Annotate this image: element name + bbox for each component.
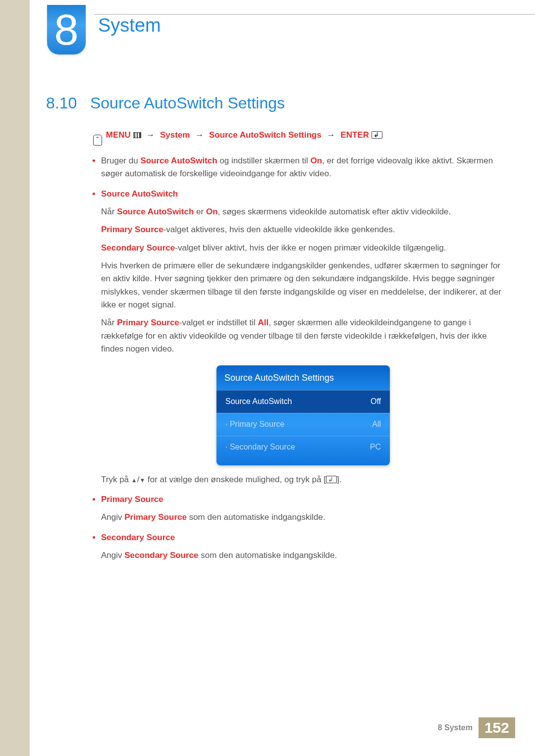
text: , søges skærmens videokilde automatisk e…	[218, 207, 451, 216]
osd-row-value: PC	[370, 441, 381, 454]
nav-enter: ENTER	[340, 130, 369, 140]
osd-row-label: · Primary Source	[225, 418, 284, 431]
section-heading: 8.10 Source AutoSwitch Settings	[46, 94, 285, 112]
text: -valget aktiveres, hvis den aktuelle vid…	[163, 225, 395, 234]
text-highlight: Primary Source	[117, 318, 179, 327]
text-highlight: Source AutoSwitch	[140, 156, 217, 165]
footer-chapter-label: 8 System	[438, 723, 473, 732]
subheading: Primary Source	[101, 493, 505, 506]
paragraph: Angiv Primary Source som den automatiske…	[101, 511, 505, 524]
intro-bullet: Bruger du Source AutoSwitch og indstille…	[93, 154, 505, 181]
triangle-down-icon	[139, 475, 145, 484]
subheading: Secondary Source	[101, 531, 505, 544]
text-highlight: Primary Source	[101, 225, 163, 234]
text: -valget er indstillet til	[179, 318, 258, 327]
text-highlight: Primary Source	[124, 512, 187, 522]
osd-row-value: All	[372, 418, 381, 431]
content-body: ⌃ MENU → System → Source AutoSwitch Sett…	[93, 129, 505, 569]
text: ].	[337, 475, 341, 484]
osd-row-secondary-source[interactable]: · Secondary Source PC	[216, 436, 390, 458]
nav-menu: MENU	[106, 130, 131, 140]
paragraph: Hvis hverken de primære eller de sekundæ…	[101, 259, 505, 311]
text: Når	[101, 318, 117, 327]
arrow-icon: →	[324, 130, 338, 140]
text-highlight: On	[206, 207, 218, 216]
arrow-icon: →	[192, 130, 207, 140]
enter-icon	[372, 131, 382, 139]
osd-title: Source AutoSwitch Settings	[216, 365, 390, 390]
paragraph: Secondary Source-valget bliver aktivt, h…	[101, 242, 505, 254]
osd-row-label: Source AutoSwitch	[225, 396, 292, 408]
text: som den automatiske indgangskilde.	[187, 512, 325, 522]
osd-row-label: · Secondary Source	[225, 441, 295, 454]
page-footer: 8 System 152	[438, 717, 515, 738]
text-highlight: All	[258, 318, 269, 327]
left-margin-strip	[0, 0, 30, 756]
text: og indstiller skærmen til	[217, 156, 311, 165]
osd-row-source-autoswitch[interactable]: Source AutoSwitch Off	[216, 390, 390, 413]
text: for at vælge den ønskede mulighed, og tr…	[145, 475, 326, 484]
text: som den automatiske indgangskilde.	[199, 551, 337, 560]
chapter-number-tab: 8	[47, 5, 86, 54]
chapter-title: System	[98, 15, 161, 36]
paragraph: Primary Source-valget aktiveres, hvis de…	[101, 223, 505, 236]
section-number: 8.10	[46, 94, 77, 112]
enter-icon	[326, 476, 337, 483]
text: Bruger du	[101, 156, 140, 165]
subheading: Source AutoSwitch	[101, 188, 505, 201]
text: er	[194, 207, 206, 216]
text-highlight: On	[311, 156, 322, 165]
triangle-up-icon	[131, 475, 137, 484]
remote-icon: ⌃	[93, 135, 102, 146]
arrow-icon: →	[143, 130, 158, 140]
text-highlight: Source AutoSwitch	[117, 207, 194, 216]
source-autoswitch-bullet: Source AutoSwitch Når Source AutoSwitch …	[93, 188, 505, 486]
primary-source-bullet: Primary Source Angiv Primary Source som …	[93, 493, 505, 524]
menu-bars-icon	[133, 132, 141, 138]
text: Angiv	[101, 512, 124, 522]
osd-spacer	[216, 458, 390, 465]
osd-row-value: Off	[371, 396, 381, 408]
secondary-source-bullet: Secondary Source Angiv Secondary Source …	[93, 531, 505, 562]
paragraph: Når Primary Source-valget er indstillet …	[101, 316, 505, 355]
text-highlight: Secondary Source	[101, 243, 175, 252]
navigation-path: ⌃ MENU → System → Source AutoSwitch Sett…	[93, 129, 505, 146]
navigation-hint: Tryk på / for at vælge den ønskede mulig…	[101, 473, 505, 486]
text: Når	[101, 207, 117, 216]
text: -valget bliver aktivt, hvis der ikke er …	[175, 243, 446, 252]
paragraph: Når Source AutoSwitch er On, søges skærm…	[101, 205, 505, 218]
nav-settings: Source AutoSwitch Settings	[209, 130, 321, 140]
text: Tryk på	[101, 475, 131, 484]
text-highlight: Secondary Source	[124, 551, 198, 560]
text: Angiv	[101, 551, 124, 560]
paragraph: Angiv Secondary Source som den automatis…	[101, 549, 505, 562]
nav-system: System	[160, 130, 190, 140]
osd-panel: Source AutoSwitch Settings Source AutoSw…	[216, 365, 390, 465]
osd-row-primary-source[interactable]: · Primary Source All	[216, 413, 390, 436]
footer-page-number: 152	[479, 717, 515, 738]
section-title-text: Source AutoSwitch Settings	[90, 94, 285, 112]
